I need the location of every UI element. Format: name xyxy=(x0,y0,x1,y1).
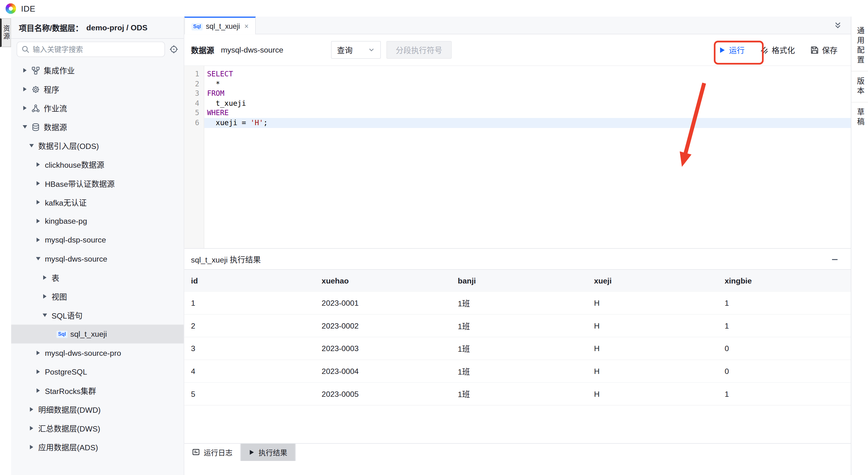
tree-item[interactable]: 作业流 xyxy=(11,98,184,117)
tree-item[interactable]: mysql-dws-source xyxy=(11,249,184,268)
resources-rail-tab[interactable]: 资源 xyxy=(0,18,11,47)
collapse-panel-icon[interactable] xyxy=(834,21,842,29)
caret-collapsed-icon[interactable] xyxy=(34,181,42,185)
bottom-tab-inactive[interactable]: 运行日志 xyxy=(184,443,241,461)
tree-item[interactable]: Sqlsql_t_xueji xyxy=(11,325,184,343)
caret-expanded-icon[interactable] xyxy=(41,314,49,317)
table-cell: 0 xyxy=(718,367,851,376)
bottom-spacer xyxy=(184,461,851,475)
close-icon[interactable]: × xyxy=(245,22,249,30)
tree-item[interactable]: 明细数据层(DWD) xyxy=(11,400,184,419)
code-line[interactable]: SELECT xyxy=(204,69,851,79)
caret-collapsed-icon[interactable] xyxy=(34,238,42,242)
locate-icon[interactable] xyxy=(169,45,178,54)
caret-collapsed-icon[interactable] xyxy=(34,369,42,374)
format-button[interactable]: 格式化 xyxy=(760,44,795,55)
search-box[interactable] xyxy=(17,41,165,57)
right-rail-item[interactable]: 通用配置 xyxy=(851,21,868,71)
tree-item-label: 应用数据层(ADS) xyxy=(38,442,98,452)
table-cell: H xyxy=(587,344,718,353)
tree-item[interactable]: 表 xyxy=(11,268,184,287)
app-logo xyxy=(6,3,16,14)
caret-expanded-icon[interactable] xyxy=(34,257,42,260)
chevron-down-icon xyxy=(368,47,375,53)
tree-item[interactable]: 集成作业 xyxy=(11,61,184,80)
run-button[interactable]: 运行 xyxy=(718,44,744,55)
search-input[interactable] xyxy=(33,45,160,54)
app-header: IDE xyxy=(0,0,868,17)
bottom-tab-label: 运行日志 xyxy=(204,447,232,457)
tree-item[interactable]: 数据引入层(ODS) xyxy=(11,137,184,155)
tree-item[interactable]: HBase带认证数据源 xyxy=(11,174,184,193)
table-cell: 4 xyxy=(184,367,315,376)
table-cell: 2023-0002 xyxy=(315,321,451,330)
bottom-tabs: 运行日志执行结果 xyxy=(184,443,851,461)
tree-item[interactable]: SQL语句 xyxy=(11,306,184,325)
query-mode-select[interactable]: 查询 xyxy=(331,41,380,59)
tree-item-label: StarRocks集群 xyxy=(45,385,96,396)
right-rail-item-label: 草稿 xyxy=(854,108,865,127)
caret-collapsed-icon[interactable] xyxy=(28,407,36,412)
save-button[interactable]: 保存 xyxy=(810,44,838,55)
caret-collapsed-icon[interactable] xyxy=(34,200,42,204)
table-cell: 1 xyxy=(718,298,851,307)
main-area: Sql sql_t_xueji × 数据源 mysql-dws-source 查… xyxy=(184,17,851,475)
tree-item[interactable]: kingbase-pg xyxy=(11,211,184,230)
right-rail-item[interactable]: 版本 xyxy=(851,71,868,102)
results-panel: sql_t_xueji 执行结果 idxuehaobanjixuejixingb… xyxy=(184,248,851,475)
code-line[interactable]: FROM xyxy=(204,89,851,98)
caret-collapsed-icon[interactable] xyxy=(28,445,36,449)
caret-collapsed-icon[interactable] xyxy=(21,68,29,72)
tree-item[interactable]: StarRocks集群 xyxy=(11,381,184,400)
caret-collapsed-icon[interactable] xyxy=(21,106,29,110)
segment-execute-button[interactable]: 分段执行符号 xyxy=(386,41,452,59)
code-line[interactable]: xueji = 'H'; xyxy=(204,118,851,128)
caret-collapsed-icon[interactable] xyxy=(34,219,42,223)
table-cell: 2023-0004 xyxy=(315,367,451,376)
table-cell: 2023-0001 xyxy=(315,298,451,307)
tree-item-label: 数据源 xyxy=(44,121,67,132)
line-number: 5 xyxy=(184,108,199,118)
table-cell: 1 xyxy=(718,390,851,398)
column-header: xingbie xyxy=(718,276,851,285)
tree-item[interactable]: 视图 xyxy=(11,287,184,306)
tree-item-label: HBase带认证数据源 xyxy=(45,178,115,189)
tree-item[interactable]: 数据源 xyxy=(11,117,184,136)
app-title: IDE xyxy=(21,4,35,13)
tree-item[interactable]: mysql-dws-source-pro xyxy=(11,344,184,362)
tab-sql-t-xueji[interactable]: Sql sql_t_xueji × xyxy=(184,17,256,34)
line-number: 1 xyxy=(184,69,199,79)
sql-editor[interactable]: 123456 SELECT *FROM t_xuejiWHERE xueji =… xyxy=(184,65,851,248)
column-header: xuehao xyxy=(315,276,451,285)
code-line[interactable]: WHERE xyxy=(204,108,851,118)
tree-item[interactable]: clickhouse数据源 xyxy=(11,155,184,174)
tree-item[interactable]: 汇总数据层(DWS) xyxy=(11,419,184,438)
caret-collapsed-icon[interactable] xyxy=(28,426,36,430)
table-cell: 1 xyxy=(718,321,851,330)
bottom-tab-label: 执行结果 xyxy=(258,447,287,457)
sidebar: 项目名称/数据层： demo-proj / ODS 集成作业程序作业流数据源数据… xyxy=(11,17,184,475)
caret-collapsed-icon[interactable] xyxy=(34,351,42,355)
code-line[interactable]: t_xueji xyxy=(204,98,851,108)
tree-item[interactable]: 程序 xyxy=(11,80,184,98)
caret-expanded-icon[interactable] xyxy=(21,125,29,128)
bottom-tab-active[interactable]: 执行结果 xyxy=(241,443,296,461)
editor-code[interactable]: SELECT *FROM t_xuejiWHERE xueji = 'H'; xyxy=(204,66,851,248)
tree-item[interactable]: 应用数据层(ADS) xyxy=(11,438,184,456)
minimize-icon[interactable] xyxy=(831,255,839,263)
sql-file-icon: Sql xyxy=(192,22,203,30)
caret-expanded-icon[interactable] xyxy=(28,144,36,147)
caret-collapsed-icon[interactable] xyxy=(21,87,29,91)
right-rail-item[interactable]: 草稿 xyxy=(851,102,868,133)
tree-item[interactable]: kafka无认证 xyxy=(11,193,184,211)
log-icon xyxy=(192,448,200,456)
code-line[interactable]: * xyxy=(204,79,851,89)
caret-collapsed-icon[interactable] xyxy=(34,388,42,393)
caret-collapsed-icon[interactable] xyxy=(41,294,49,298)
tree-item[interactable]: PostgreSQL xyxy=(11,362,184,381)
caret-collapsed-icon[interactable] xyxy=(41,275,49,280)
tree-item[interactable]: mysql-dsp-source xyxy=(11,230,184,249)
workflow-icon xyxy=(30,104,41,112)
caret-collapsed-icon[interactable] xyxy=(34,162,42,167)
tree-item-label: sql_t_xueji xyxy=(70,329,107,338)
